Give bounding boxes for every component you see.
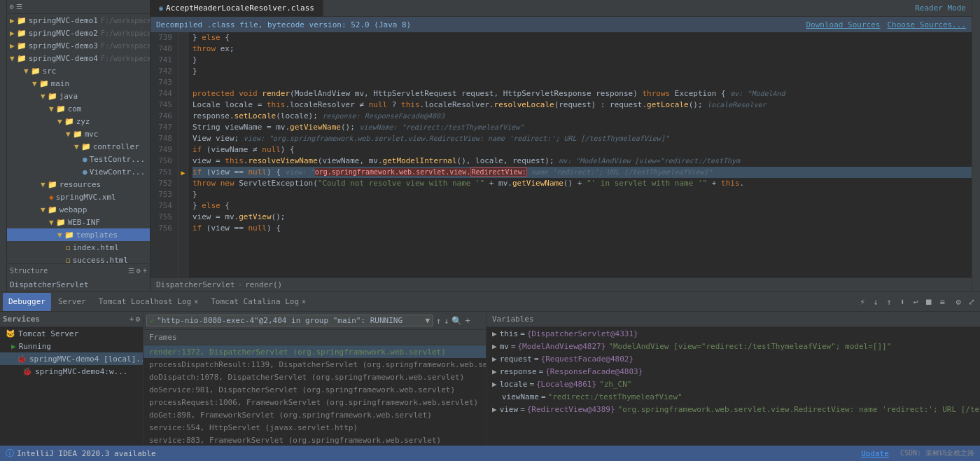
var-item[interactable]: ▶ locale = {Locale@4861} "zh_CN" xyxy=(486,378,980,390)
breadcrumb-part1[interactable]: DispatcherServlet xyxy=(156,280,235,289)
tree-item[interactable]: ▼📁src xyxy=(7,64,150,77)
tree-item[interactable]: ●ViewContr... xyxy=(7,165,150,178)
thread-area: ✓ "http-nio-8080-exec-4"@2,404 in group … xyxy=(144,312,486,330)
tree-item[interactable]: ▼📁mvc xyxy=(7,128,150,140)
frame-item[interactable]: processRequest:1006, FrameworkServlet (o… xyxy=(144,396,486,408)
editor-main: ◉ AcceptHeaderLocaleResolver.class Reade… xyxy=(150,0,972,291)
line-numbers: 739 740 741 742 743 744 745 746 747 748 … xyxy=(150,32,178,277)
tree-item[interactable]: ▼📁zyz xyxy=(7,115,150,128)
tree-item[interactable]: ▼📁WEB-INF xyxy=(7,216,150,228)
service-tomcat[interactable]: 🐱Tomcat Server xyxy=(0,327,143,340)
tree-item[interactable]: ▼📁webapp xyxy=(7,203,150,216)
debug-add-btn[interactable]: + xyxy=(465,316,470,326)
thread-dropdown[interactable]: ✓ "http-nio-8080-exec-4"@2,404 in group … xyxy=(146,315,433,326)
bottom-tab-bar: Debugger Server Tomcat Localhost Log × T… xyxy=(0,292,980,312)
frames-list: render:1372, DispatcherServlet (org.spri… xyxy=(144,345,486,446)
tab-icon: ◉ xyxy=(159,4,163,12)
editor-tab-bar: ◉ AcceptHeaderLocaleResolver.class Reade… xyxy=(150,0,972,17)
tab-tomcat-localhost[interactable]: Tomcat Localhost Log × xyxy=(93,293,204,311)
settings-icon[interactable]: ⚙ xyxy=(953,296,964,308)
structure-btn2[interactable]: ⚙ xyxy=(136,267,141,275)
tab-debugger[interactable]: Debugger xyxy=(3,293,51,311)
tree-item[interactable]: ▼📁controller xyxy=(7,140,150,153)
debug-icon-4[interactable]: ⬇ xyxy=(897,296,908,308)
service-demo4-w[interactable]: 🐞springMVC-demo4:w... xyxy=(0,365,143,378)
tree-item[interactable]: ▼📁java xyxy=(7,90,150,102)
code-line: response.setLocale(locale); response: Re… xyxy=(192,111,972,122)
tree-item[interactable]: ▼📁resources xyxy=(7,178,150,191)
notification-bar: ⓘ IntelliJ IDEA 2020.3 available Update … xyxy=(0,446,980,461)
tree-item[interactable]: ▶📁springMVC-demo1F:/workspace xyxy=(7,14,150,27)
structure-btn[interactable]: ☰ xyxy=(128,267,134,275)
tab-server[interactable]: Server xyxy=(52,293,92,311)
code-line: } else { xyxy=(192,32,972,43)
debug-icon-5[interactable]: ↩ xyxy=(910,296,921,308)
breadcrumb-bar: DispatcherServlet › render() xyxy=(150,277,972,291)
code-line: } xyxy=(192,189,972,200)
expand-icon[interactable]: ⤢ xyxy=(966,296,977,308)
tree-item[interactable]: ▶📁springMVC-demo3F:/workspace xyxy=(7,39,150,52)
debug-icon-6[interactable]: ⏹ xyxy=(923,296,934,308)
var-item[interactable]: ▶ request = {RequestFacade@4802} xyxy=(486,352,980,365)
services-add-btn[interactable]: + xyxy=(130,315,134,324)
choose-sources-link[interactable]: Choose Sources... xyxy=(887,20,966,29)
project-toolbar-icons[interactable]: ⚙ ☰ xyxy=(10,3,22,11)
var-item[interactable]: ▶ view = {RedirectView@4389} "org.spring… xyxy=(486,403,980,415)
var-item[interactable]: viewName = "redirect:/testThymeleafView" xyxy=(486,390,980,403)
breadcrumb-sep: › xyxy=(238,280,243,289)
debug-icon-3[interactable]: ↑ xyxy=(883,296,895,308)
tree-item[interactable]: ◈springMVC.xml xyxy=(7,191,150,203)
debug-nav-up[interactable]: ↑ xyxy=(436,316,441,326)
debug-filter-btn[interactable]: 🔍 xyxy=(451,316,462,326)
tree-item[interactable]: ◻index.html xyxy=(7,241,150,254)
bottom-content: Services + ⚙ 🐱Tomcat Server ▶Running 🐞sp… xyxy=(0,312,980,446)
var-item[interactable]: ▶ response = {ResponseFacade@4803} xyxy=(486,365,980,378)
tree-item[interactable]: ●TestContr... xyxy=(7,153,150,165)
download-sources-link[interactable]: Download Sources xyxy=(806,20,880,29)
tree-item-templates[interactable]: ▼📁templates xyxy=(7,228,150,241)
structure-btn3[interactable]: + xyxy=(143,267,147,275)
code-line: throw new ServletException("Could not re… xyxy=(192,178,972,189)
code-line: protected void render(ModelAndView mv, H… xyxy=(192,88,972,99)
tree-item[interactable]: ▼📁springMVC-demo4F:/workspace xyxy=(7,52,150,64)
gutter: ▶ xyxy=(178,32,188,277)
debug-icon-7[interactable]: ≡ xyxy=(937,296,948,308)
var-item[interactable]: ▶ mv = {ModelAndView@4827} "ModelAndView… xyxy=(486,340,980,352)
services-settings-btn[interactable]: ⚙ xyxy=(135,315,140,324)
csdn-watermark: CSDN: 采树码全栈之路 xyxy=(900,448,974,458)
debug-icon-2[interactable]: ↓ xyxy=(870,296,881,308)
variables-pane: Variables ▶ this = {DispatcherServlet@43… xyxy=(486,312,980,446)
frame-item[interactable]: service:883, FrameworkServlet (org.sprin… xyxy=(144,434,486,446)
services-title: Services xyxy=(3,315,40,324)
frame-item[interactable]: doService:981, DispatcherServlet (org.sp… xyxy=(144,383,486,396)
debug-icon-1[interactable]: ⚡ xyxy=(857,296,868,308)
tree-item[interactable]: ▶📁springMVC-demo2F:/workspace xyxy=(7,27,150,39)
tab-tomcat-catalina[interactable]: Tomcat Catalina Log × xyxy=(205,293,312,311)
service-running[interactable]: ▶Running xyxy=(0,340,143,352)
tree-item[interactable]: ◻success.html xyxy=(7,254,150,263)
tree-item[interactable]: ▼📁com xyxy=(7,102,150,115)
active-tab[interactable]: ◉ AcceptHeaderLocaleResolver.class xyxy=(150,0,323,17)
tab-close-1[interactable]: × xyxy=(194,298,198,305)
frame-item[interactable]: processDispatchResult:1139, DispatcherSe… xyxy=(144,358,486,371)
project-sidebar: ⚙ ☰ ▶📁springMVC-demo1F:/workspace ▶📁spri… xyxy=(7,0,150,291)
tab-close-2[interactable]: × xyxy=(302,298,306,305)
code-line: view = mv.getView(); xyxy=(192,212,972,223)
reader-mode-btn[interactable]: Reader Mode xyxy=(909,4,972,13)
code-line-debug: if (view == null) { view: "org.springfra… xyxy=(192,167,972,178)
frame-item[interactable]: doGet:898, FrameworkServlet (org.springf… xyxy=(144,408,486,421)
info-bar: Decompiled .class file, bytecode version… xyxy=(150,17,972,32)
code-line: throw ex; xyxy=(192,43,972,55)
breadcrumb-part2[interactable]: render() xyxy=(245,280,282,289)
tree-item[interactable]: ▼📁main xyxy=(7,77,150,90)
var-item[interactable]: ▶ this = {DispatcherServlet@4331} xyxy=(486,327,980,340)
debug-nav-down[interactable]: ↓ xyxy=(444,316,449,326)
service-demo4-local[interactable]: 🐞springMVC-demo4 [local]... xyxy=(0,352,143,365)
frame-item-selected[interactable]: render:1372, DispatcherServlet (org.spri… xyxy=(144,345,486,358)
dispatcher-servlet-label[interactable]: DispatcherServlet xyxy=(10,280,89,289)
update-link[interactable]: Update xyxy=(861,449,889,458)
frame-item[interactable]: service:554, HttpServlet (javax.servlet.… xyxy=(144,421,486,434)
activity-bar xyxy=(0,0,7,291)
frame-item[interactable]: doDispatch:1078, DispatcherServlet (org.… xyxy=(144,371,486,383)
code-line: if (view == null) { xyxy=(192,223,972,234)
